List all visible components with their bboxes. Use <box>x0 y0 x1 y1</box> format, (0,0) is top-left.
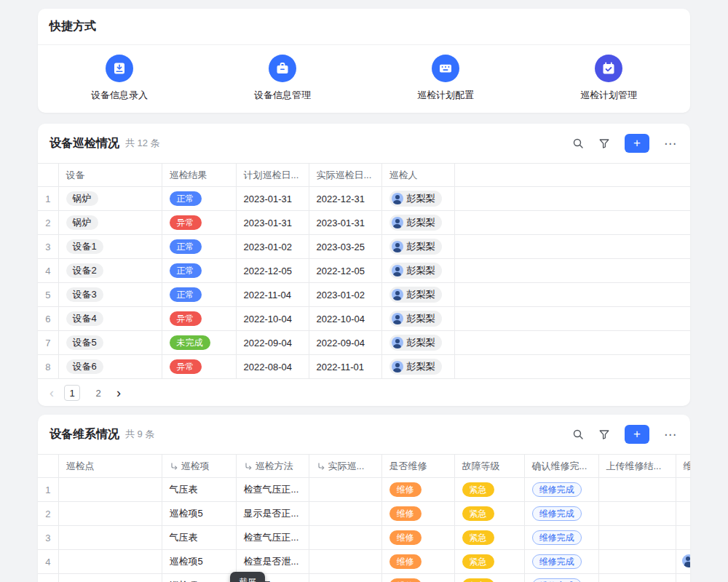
cell-level[interactable]: 紧急 <box>454 550 524 574</box>
cell-device[interactable]: 设备1 <box>58 235 162 259</box>
filter-icon[interactable] <box>598 137 610 149</box>
cell-confirm[interactable]: 维修完成 <box>524 574 598 582</box>
cell-confirm[interactable]: 维修完成 <box>524 526 598 550</box>
cell-point[interactable] <box>58 574 162 582</box>
col-point[interactable]: 巡检点 <box>58 455 162 478</box>
cell-point[interactable] <box>58 550 162 574</box>
cell-point[interactable] <box>58 478 162 502</box>
cell-method[interactable]: 显示是否正... <box>236 502 309 526</box>
cell-result[interactable]: 正常 <box>162 259 236 283</box>
cell-upload[interactable] <box>598 478 676 502</box>
cell-actual-date[interactable]: 2023-01-02 <box>309 283 381 307</box>
cell-planned-date[interactable]: 2022-08-04 <box>236 355 309 379</box>
cell-device[interactable]: 锅炉 <box>58 187 162 211</box>
col-actual[interactable]: 实际巡... <box>309 455 381 478</box>
cell-device[interactable]: 设备2 <box>58 259 162 283</box>
cell-confirm[interactable]: 维修完成 <box>524 502 598 526</box>
cell-planned-date[interactable]: 2023-01-31 <box>236 187 309 211</box>
cell-item[interactable]: 巡检项5 <box>162 574 236 582</box>
cell-repair[interactable]: 维修 <box>381 550 454 574</box>
cell-point[interactable] <box>58 526 162 550</box>
more-icon[interactable]: ⋯ <box>664 136 677 151</box>
cell-inspector[interactable]: 彭梨梨 <box>381 355 454 379</box>
cell-upload[interactable] <box>598 502 676 526</box>
cell-upload[interactable] <box>598 574 676 582</box>
filter-icon[interactable] <box>598 428 610 440</box>
cell-actual-date[interactable]: 2022-11-01 <box>309 355 381 379</box>
cell-inspector[interactable]: 彭梨梨 <box>381 211 454 235</box>
cell-inspector[interactable]: 彭梨梨 <box>381 187 454 211</box>
page-1-button[interactable]: 1 <box>64 385 80 401</box>
cell-item[interactable]: 巡检项5 <box>162 550 236 574</box>
cell-device[interactable]: 锅炉 <box>58 211 162 235</box>
col-device[interactable]: 设备 <box>58 164 162 187</box>
cell-actual[interactable] <box>309 526 381 550</box>
col-inspector[interactable]: 巡检人 <box>381 164 454 187</box>
cell-method[interactable]: 检查气压正... <box>236 478 309 502</box>
cell-result[interactable]: 异常 <box>162 307 236 331</box>
shortcut-device-manage[interactable]: 设备信息管理 <box>201 55 364 102</box>
cell-repair[interactable]: 维修 <box>381 502 454 526</box>
cell-planned-date[interactable]: 2023-01-02 <box>236 235 309 259</box>
cell-repair[interactable]: 维修 <box>381 478 454 502</box>
cell-item[interactable]: 气压表 <box>162 478 236 502</box>
cell-level[interactable]: 紧急 <box>454 574 524 582</box>
col-result[interactable]: 巡检结果 <box>162 164 236 187</box>
cell-method[interactable]: 检查是否泄... <box>236 550 309 574</box>
col-repair[interactable]: 是否维修 <box>381 455 454 478</box>
cell-result[interactable]: 未完成 <box>162 331 236 355</box>
cell-actual[interactable] <box>309 574 381 582</box>
cell-repair[interactable]: 维修 <box>381 574 454 582</box>
cell-device[interactable]: 设备6 <box>58 355 162 379</box>
cell-actual-date[interactable]: 2022-12-31 <box>309 187 381 211</box>
cell-result[interactable]: 正常 <box>162 187 236 211</box>
cell-actual[interactable] <box>309 502 381 526</box>
cell-result[interactable]: 正常 <box>162 283 236 307</box>
cell-actual-date[interactable]: 2022-12-05 <box>309 259 381 283</box>
cell-result[interactable]: 异常 <box>162 211 236 235</box>
cell-inspector[interactable]: 彭梨梨 <box>381 259 454 283</box>
cell-item[interactable]: 气压表 <box>162 526 236 550</box>
cell-inspector[interactable]: 彭梨梨 <box>381 307 454 331</box>
add-record-button[interactable]: + <box>625 134 649 153</box>
cell-actual[interactable] <box>309 478 381 502</box>
cell-method[interactable]: 检查气压正... <box>236 526 309 550</box>
cell-level[interactable]: 紧急 <box>454 502 524 526</box>
col-method[interactable]: 巡检方法 <box>236 455 309 478</box>
cell-actual-date[interactable]: 2023-01-31 <box>309 211 381 235</box>
col-cut[interactable]: 维 <box>676 455 690 478</box>
prev-page-button[interactable]: ‹ <box>50 386 54 399</box>
more-icon[interactable]: ⋯ <box>664 427 677 442</box>
search-icon[interactable] <box>572 428 584 440</box>
col-upload[interactable]: 上传维修结... <box>598 455 676 478</box>
cell-device[interactable]: 设备4 <box>58 307 162 331</box>
cell-device[interactable]: 设备3 <box>58 283 162 307</box>
col-item[interactable]: 巡检项 <box>162 455 236 478</box>
cell-confirm[interactable]: 维修完成 <box>524 478 598 502</box>
cell-actual-date[interactable]: 2023-03-25 <box>309 235 381 259</box>
shortcut-device-entry[interactable]: 设备信息录入 <box>38 55 201 102</box>
cell-repair[interactable]: 维修 <box>381 526 454 550</box>
cell-planned-date[interactable]: 2022-09-04 <box>236 331 309 355</box>
screenshot-overlay-button[interactable]: 截屏 <box>230 572 265 582</box>
cell-planned-date[interactable]: 2022-10-04 <box>236 307 309 331</box>
shortcut-plan-config[interactable]: 巡检计划配置 <box>364 55 527 102</box>
cell-planned-date[interactable]: 2022-11-04 <box>236 283 309 307</box>
next-page-button[interactable]: › <box>116 386 121 399</box>
cell-item[interactable]: 巡检项5 <box>162 502 236 526</box>
shortcut-plan-manage[interactable]: 巡检计划管理 <box>527 55 690 102</box>
search-icon[interactable] <box>572 137 584 149</box>
cell-actual-date[interactable]: 2022-10-04 <box>309 307 381 331</box>
cell-level[interactable]: 紧急 <box>454 526 524 550</box>
cell-point[interactable] <box>58 502 162 526</box>
col-actual-date[interactable]: 实际巡检日... <box>309 164 381 187</box>
add-record-button[interactable]: + <box>625 425 649 444</box>
cell-inspector[interactable]: 彭梨梨 <box>381 331 454 355</box>
col-level[interactable]: 故障等级 <box>454 455 524 478</box>
cell-result[interactable]: 正常 <box>162 235 236 259</box>
cell-inspector[interactable]: 彭梨梨 <box>381 283 454 307</box>
col-planned-date[interactable]: 计划巡检日... <box>236 164 309 187</box>
cell-planned-date[interactable]: 2022-12-05 <box>236 259 309 283</box>
cell-level[interactable]: 紧急 <box>454 478 524 502</box>
cell-upload[interactable] <box>598 526 676 550</box>
